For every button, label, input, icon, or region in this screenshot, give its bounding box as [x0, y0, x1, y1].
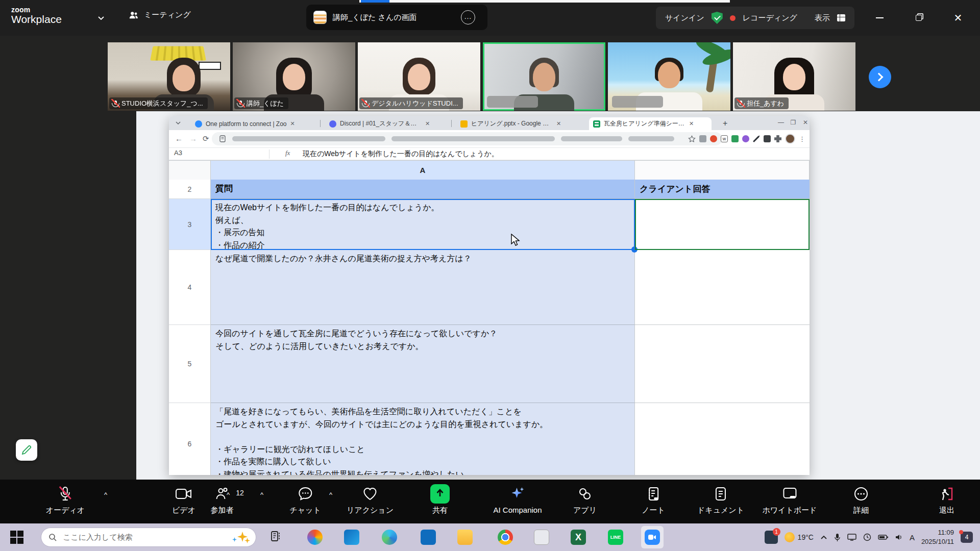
weather-widget[interactable]: 19°C [785, 532, 814, 542]
reload-icon[interactable]: ⟳ [203, 134, 209, 143]
formula-bar[interactable]: A3 fx 現在のWebサイトを制作した一番の目的はなんでしょうか。 [169, 148, 810, 160]
chrome-menu-dots-icon[interactable]: ⋮ [799, 135, 805, 143]
participant-tile-4-active-speaker[interactable] [483, 42, 605, 111]
battery-icon[interactable] [878, 534, 888, 540]
security-shield-icon[interactable] [712, 12, 723, 24]
task-view-icon[interactable] [269, 530, 281, 544]
row-number[interactable]: 4 [169, 250, 211, 325]
column-header-b[interactable]: B [635, 160, 810, 180]
browser-tab-discord[interactable]: Discord | #01_スタッフ＆講師— ✕ [325, 117, 448, 130]
participant-tile-3[interactable]: デジタルハリウッドSTUDI... [358, 42, 480, 111]
chrome-icon[interactable] [498, 530, 513, 545]
taskbar-clock[interactable]: 11:09 2025/10/11 [921, 528, 954, 546]
back-icon[interactable]: ← [175, 134, 183, 143]
speaker-icon[interactable] [895, 534, 903, 541]
view-layout-icon[interactable] [837, 14, 845, 21]
profile-avatar[interactable] [785, 134, 795, 144]
forward-icon[interactable]: → [189, 134, 197, 143]
tab-close-icon[interactable]: ✕ [425, 120, 430, 127]
cell-b3[interactable] [635, 199, 810, 250]
generic-app-icon[interactable] [534, 530, 549, 545]
window-minimize-button[interactable] [865, 0, 894, 36]
sign-in-button[interactable]: サインイン [665, 13, 704, 23]
new-tab-button[interactable]: + [723, 119, 727, 128]
video-button[interactable]: ビデオ [172, 484, 195, 515]
chat-options-chevron[interactable]: ^ [329, 491, 332, 498]
start-button[interactable] [10, 531, 23, 544]
bookmark-star-icon[interactable] [688, 135, 696, 143]
row-number[interactable]: 6 [169, 403, 211, 475]
tab-shared-screen[interactable]: 講師_くぼた さんの画面 … [306, 5, 487, 30]
leave-button[interactable]: 退出 [939, 484, 954, 515]
row-number[interactable]: 5 [169, 325, 211, 403]
tray-overflow-chevron-icon[interactable] [820, 535, 827, 540]
documents-button[interactable]: ドキュメント [697, 484, 744, 515]
tab-close-icon[interactable]: ✕ [290, 120, 295, 127]
window-restore-button[interactable] [904, 0, 934, 36]
audio-options-chevron[interactable]: ^ [104, 491, 107, 498]
row-number[interactable]: 2 [169, 180, 211, 199]
browser-tab-sheets-active[interactable]: 瓦全房ヒアリング準備シート.xlsx - ✕ [589, 117, 712, 130]
taskbar-search-input[interactable]: ここに入力して検索 [41, 528, 256, 547]
cell-a3[interactable]: 現在のWebサイトを制作した一番の目的はなんでしょうか。 例えば、 ・展示の告知… [211, 199, 635, 250]
tray-mic-icon[interactable] [834, 533, 841, 542]
line-icon[interactable]: LINE [608, 530, 623, 545]
cell-a4[interactable]: なぜ尾道で開業したのか？永井さんの尾道美術の捉え方や考え方は？ [211, 250, 635, 325]
purple-ext-icon[interactable] [742, 135, 749, 142]
audio-button[interactable]: オーディオ [46, 484, 85, 515]
address-bar[interactable] [212, 132, 722, 145]
tab-close-icon[interactable]: ✕ [689, 120, 694, 127]
sheet-corner-cell[interactable] [169, 160, 211, 180]
cell-a2-question-header[interactable]: 質問 [211, 180, 635, 199]
participants-options-chevron[interactable]: ^ [260, 491, 263, 498]
green-doc-ext-icon[interactable] [731, 135, 739, 142]
cell-b4[interactable] [635, 250, 810, 325]
view-button[interactable]: 表示 [815, 13, 830, 23]
chevron-down-icon[interactable] [97, 14, 105, 22]
ellipsis-menu-icon[interactable]: … [461, 10, 475, 24]
chat-button[interactable]: チャット [289, 484, 321, 515]
cell-b6[interactable] [635, 403, 810, 475]
browser-minimize-button[interactable]: — [775, 116, 787, 130]
row-number[interactable]: 3 [169, 199, 211, 250]
reactions-button[interactable]: リアクション [347, 484, 394, 515]
cell-a6[interactable]: 「尾道を好きになってもらい、美術作品を生活空間に取り入れていただく」ことを ゴー… [211, 403, 635, 475]
tray-display-icon[interactable] [847, 534, 856, 541]
cell-a5[interactable]: 今回のサイトを通して瓦全房に尾道でどういう存在になって欲しいですか？ そして、ど… [211, 325, 635, 403]
file-explorer-icon[interactable] [457, 530, 473, 545]
tab-search-chevron-icon[interactable] [175, 120, 181, 126]
tray-clock-icon[interactable] [863, 533, 871, 541]
more-button[interactable]: 詳細 [853, 484, 869, 515]
window-close-button[interactable]: ✕ [943, 0, 973, 36]
store-icon[interactable] [421, 530, 436, 545]
cell-b5[interactable] [635, 325, 810, 403]
participant-tile-5[interactable] [608, 42, 730, 111]
zoom-app-icon[interactable] [645, 530, 660, 545]
notification-center-badge[interactable]: 4 [961, 532, 973, 543]
participant-tile-1[interactable]: STUDIO横浜スタッフ_つ... [108, 42, 230, 111]
share-screen-button[interactable]: 共有 [430, 484, 450, 515]
annotate-button[interactable] [16, 439, 37, 461]
notification-app-icon[interactable]: 1 [765, 531, 778, 544]
whiteboard-button[interactable]: ホワイトボード [762, 484, 817, 515]
image-ext-icon[interactable] [764, 135, 771, 142]
puzzle-extensions-icon[interactable] [774, 135, 781, 142]
participant-tile-2[interactable]: 講師_くぼた [233, 42, 355, 111]
wappalyzer-icon[interactable]: w [721, 135, 728, 142]
cell-b2-answer-header[interactable]: クライアント回答 [635, 180, 810, 199]
tab-meeting[interactable]: ミーティング [129, 10, 191, 20]
apps-button[interactable]: アプリ [573, 484, 597, 515]
ai-companion-button[interactable]: AI Companion [493, 484, 542, 514]
excel-icon[interactable]: X [571, 530, 586, 545]
site-info-icon[interactable] [219, 135, 226, 142]
participant-tile-6[interactable]: 担任_あすわ [733, 42, 855, 111]
formula-text[interactable]: 現在のWebサイトを制作した一番の目的はなんでしょうか。 [303, 149, 499, 159]
browser-tab-slides[interactable]: ヒアリング.pptx - Google スライド ✕ [456, 117, 579, 130]
outlook-icon[interactable] [344, 530, 359, 545]
tab-close-icon[interactable]: ✕ [556, 120, 561, 127]
next-participants-arrow-button[interactable] [869, 66, 891, 88]
participants-button[interactable]: 参加者 [211, 484, 234, 515]
ime-mode-indicator[interactable]: A [910, 533, 915, 542]
notes-button[interactable]: ノート [642, 484, 665, 515]
browser-restore-button[interactable]: ❐ [788, 116, 799, 130]
